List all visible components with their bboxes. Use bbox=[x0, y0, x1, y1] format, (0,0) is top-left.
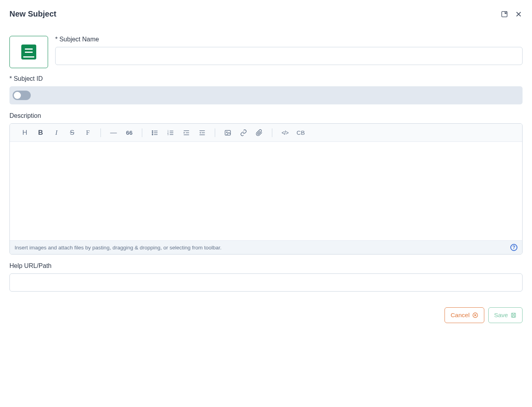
code-block-button[interactable]: CB bbox=[293, 126, 309, 139]
description-label: Description bbox=[9, 112, 523, 119]
svg-point-5 bbox=[152, 134, 153, 135]
save-button[interactable]: Save bbox=[488, 307, 523, 323]
subject-id-wrapper bbox=[9, 86, 523, 104]
help-url-label: Help URL/Path bbox=[9, 262, 523, 269]
outdent-button[interactable] bbox=[194, 126, 210, 139]
dialog-title: New Subject bbox=[9, 9, 500, 19]
subject-name-input[interactable] bbox=[55, 47, 523, 65]
description-textarea[interactable] bbox=[10, 142, 522, 240]
svg-point-20 bbox=[227, 132, 227, 132]
help-url-input[interactable] bbox=[9, 273, 523, 292]
unordered-list-button[interactable] bbox=[147, 126, 163, 139]
editor-hint: Insert images and attach files by pastin… bbox=[15, 245, 221, 251]
svg-rect-23 bbox=[512, 316, 514, 317]
toolbar-divider bbox=[142, 128, 142, 137]
blockquote-button[interactable]: 66 bbox=[121, 126, 137, 139]
link-button[interactable] bbox=[236, 126, 251, 139]
cancel-button[interactable]: Cancel bbox=[445, 307, 484, 323]
toolbar-divider bbox=[272, 128, 272, 137]
attachment-button[interactable] bbox=[251, 126, 267, 139]
dialog-content: * Subject Name * Subject ID Description … bbox=[0, 20, 532, 292]
book-icon bbox=[21, 45, 36, 59]
heading-button[interactable]: H bbox=[17, 126, 33, 139]
subject-id-toggle[interactable] bbox=[13, 91, 31, 100]
inline-code-button[interactable]: </> bbox=[277, 126, 293, 139]
subject-icon-picker[interactable] bbox=[9, 36, 48, 68]
description-editor: H B I S F — 66 123 bbox=[9, 123, 523, 255]
editor-help-icon[interactable]: ? bbox=[510, 244, 517, 251]
image-button[interactable] bbox=[220, 126, 236, 139]
editor-footer: Insert images and attach files by pastin… bbox=[10, 240, 522, 254]
dialog-header-actions bbox=[500, 10, 523, 18]
cancel-icon bbox=[472, 312, 478, 318]
close-icon[interactable] bbox=[515, 10, 523, 18]
svg-text:3: 3 bbox=[167, 133, 169, 136]
save-icon bbox=[510, 312, 517, 318]
subject-name-label: * Subject Name bbox=[55, 36, 523, 43]
minimize-icon[interactable] bbox=[500, 10, 508, 18]
toolbar-divider bbox=[215, 128, 215, 137]
indent-button[interactable] bbox=[179, 126, 194, 139]
new-subject-dialog: New Subject bbox=[0, 0, 532, 323]
ordered-list-button[interactable]: 123 bbox=[163, 126, 179, 139]
subject-id-label: * Subject ID bbox=[9, 75, 523, 82]
bold-button[interactable]: B bbox=[33, 126, 48, 139]
toolbar-divider bbox=[100, 128, 101, 137]
svg-point-1 bbox=[152, 130, 153, 131]
format-button[interactable]: F bbox=[80, 126, 96, 139]
subject-id-input bbox=[31, 86, 523, 104]
italic-button[interactable]: I bbox=[48, 126, 64, 139]
dialog-header: New Subject bbox=[0, 0, 532, 20]
dialog-footer: Cancel Save bbox=[0, 307, 532, 323]
strikethrough-button[interactable]: S bbox=[64, 126, 80, 139]
editor-toolbar: H B I S F — 66 123 bbox=[10, 124, 522, 142]
svg-point-3 bbox=[152, 132, 153, 133]
cancel-button-label: Cancel bbox=[450, 312, 469, 319]
save-button-label: Save bbox=[494, 312, 508, 319]
horizontal-rule-button[interactable]: — bbox=[106, 126, 121, 139]
